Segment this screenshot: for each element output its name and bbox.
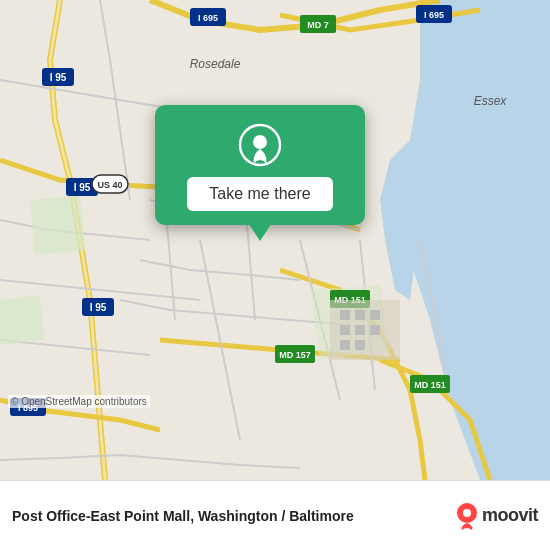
take-me-there-button[interactable]: Take me there [187,177,332,211]
svg-rect-31 [340,310,350,320]
copyright-text: © OpenStreetMap contributors [8,395,150,408]
svg-marker-3 [30,195,85,255]
map-svg: I 95 I 95 I 95 I 695 I 695 MD 7 US 40 MD… [0,0,550,480]
svg-rect-37 [340,340,350,350]
location-info: Post Office-East Point Mall, Washington … [12,508,446,524]
svg-text:I 695: I 695 [424,10,444,20]
location-popup: Take me there [155,105,365,225]
svg-point-40 [253,135,267,149]
place-name: Post Office-East Point Mall, Washington … [12,508,446,524]
svg-rect-33 [370,310,380,320]
svg-rect-32 [355,310,365,320]
app-container: I 95 I 95 I 95 I 695 I 695 MD 7 US 40 MD… [0,0,550,550]
bottom-bar: Post Office-East Point Mall, Washington … [0,480,550,550]
svg-text:MD 151: MD 151 [414,380,446,390]
svg-rect-36 [370,325,380,335]
svg-text:MD 157: MD 157 [279,350,311,360]
svg-text:I 95: I 95 [74,182,91,193]
svg-text:Rosedale: Rosedale [190,57,241,71]
svg-rect-38 [355,340,365,350]
svg-point-42 [463,509,471,517]
svg-text:MD 7: MD 7 [307,20,329,30]
moovit-label: moovit [482,505,538,526]
svg-text:Essex: Essex [474,94,508,108]
svg-text:I 95: I 95 [90,302,107,313]
moovit-logo: moovit [456,502,538,530]
svg-rect-34 [340,325,350,335]
svg-text:I 95: I 95 [50,72,67,83]
svg-marker-4 [0,295,45,345]
svg-rect-35 [355,325,365,335]
svg-text:I 695: I 695 [198,13,218,23]
map-area: I 95 I 95 I 95 I 695 I 695 MD 7 US 40 MD… [0,0,550,480]
svg-text:US 40: US 40 [97,180,122,190]
location-pin-icon [238,123,282,167]
moovit-pin-icon [456,502,478,530]
